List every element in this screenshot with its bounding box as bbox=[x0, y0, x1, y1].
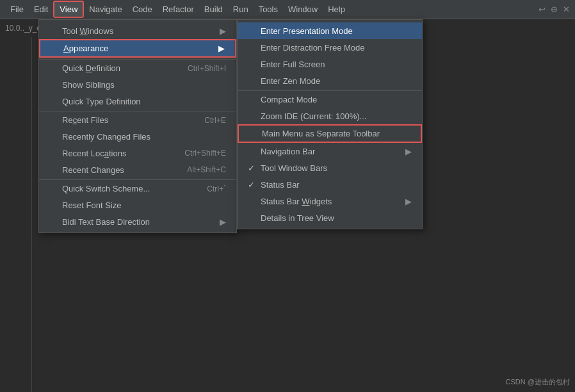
menu-item-quick-definition[interactable]: Quick Definition Ctrl+Shift+I bbox=[39, 59, 236, 76]
arrow-status-widgets: ▶ bbox=[405, 197, 412, 206]
zen-mode-label: Enter Zen Mode bbox=[261, 76, 412, 86]
show-siblings-label: Show Siblings bbox=[62, 80, 226, 90]
shortcut-quick-switch: Ctrl+` bbox=[191, 184, 226, 193]
tool-window-bars-label: Tool Window Bars bbox=[261, 163, 412, 173]
check-tool-window-bars: ✓ bbox=[248, 163, 258, 173]
recent-locations-label: Recent Locations bbox=[62, 149, 169, 158]
quick-switch-label: Quick Switch Scheme... bbox=[62, 184, 191, 193]
menu-run[interactable]: Run bbox=[228, 2, 254, 17]
menu-build[interactable]: Build bbox=[199, 2, 228, 17]
menu-view[interactable]: View bbox=[53, 1, 84, 18]
shortcut-recent-locations: Ctrl+Shift+E bbox=[169, 149, 226, 158]
submenu-item-distraction-free[interactable]: Enter Distraction Free Mode bbox=[238, 39, 422, 56]
menu-help[interactable]: Help bbox=[323, 2, 350, 17]
menu-item-bidi-text[interactable]: Bidi Text Base Direction ▶ bbox=[39, 213, 236, 230]
submenu-item-details-tree[interactable]: Details in Tree View bbox=[238, 209, 422, 226]
menu-item-recent-locations[interactable]: Recent Locations Ctrl+Shift+E bbox=[39, 145, 236, 161]
submenu-item-presentation[interactable]: Enter Presentation Mode bbox=[238, 22, 422, 39]
view-dropdown: Tool Windows ▶ Appearance ▶ Quick Defini… bbox=[38, 19, 237, 233]
arrow-nav-bar: ▶ bbox=[405, 147, 412, 156]
menu-item-recent-changes[interactable]: Recent Changes Alt+Shift+C bbox=[39, 161, 236, 178]
arrow-appearance: ▶ bbox=[218, 44, 225, 53]
distraction-free-label: Enter Distraction Free Mode bbox=[261, 43, 412, 53]
submenu-item-zoom-ide[interactable]: Zoom IDE (Current: 100%)... bbox=[238, 108, 422, 124]
status-bar-label: Status Bar bbox=[261, 180, 412, 190]
menu-item-appearance[interactable]: Appearance ▶ bbox=[39, 39, 236, 58]
menu-item-quick-switch[interactable]: Quick Switch Scheme... Ctrl+` bbox=[39, 179, 236, 197]
undo-icon[interactable]: ↩ bbox=[539, 4, 546, 14]
details-tree-label: Details in Tree View bbox=[261, 213, 412, 223]
quick-type-label: Quick Type Definition bbox=[62, 97, 226, 106]
recent-changes-label: Recent Changes bbox=[62, 165, 172, 175]
reset-font-label: Reset Font Size bbox=[62, 200, 226, 210]
menu-code[interactable]: Code bbox=[127, 2, 158, 17]
submenu-item-zen-mode[interactable]: Enter Zen Mode bbox=[238, 72, 422, 89]
menu-item-reset-font[interactable]: Reset Font Size bbox=[39, 197, 236, 213]
check-status-bar: ✓ bbox=[248, 180, 258, 190]
zoom-ide-label: Zoom IDE (Current: 100%)... bbox=[261, 111, 412, 121]
shortcut-recent-files: Ctrl+E bbox=[189, 116, 226, 125]
navigation-bar-label: Navigation Bar bbox=[261, 147, 405, 156]
menubar-right-icons: ↩ ⊖ ✕ bbox=[539, 4, 570, 14]
tool-windows-label: Tool Windows bbox=[62, 26, 220, 36]
appearance-label: Appearance bbox=[63, 44, 218, 53]
menu-item-tool-windows[interactable]: Tool Windows ▶ bbox=[39, 22, 236, 39]
menubar: File Edit View Navigate Code Refactor Bu… bbox=[0, 0, 575, 19]
recently-changed-label: Recently Changed Files bbox=[62, 132, 226, 142]
menu-item-quick-type[interactable]: Quick Type Definition bbox=[39, 93, 236, 110]
watermark: CSDN @进击的包籿 bbox=[506, 377, 570, 387]
bidi-text-label: Bidi Text Base Direction bbox=[62, 217, 220, 227]
main-menu-toolbar-label: Main Menu as Separate Toolbar bbox=[262, 129, 410, 138]
menu-item-show-siblings[interactable]: Show Siblings bbox=[39, 76, 236, 93]
close-icon[interactable]: ✕ bbox=[563, 4, 570, 14]
quick-definition-label: Quick Definition bbox=[62, 63, 172, 73]
recent-files-label: Recent Files bbox=[62, 115, 189, 125]
menu-navigate[interactable]: Navigate bbox=[84, 2, 127, 17]
menu-refactor[interactable]: Refactor bbox=[158, 2, 199, 17]
sidebar-partial bbox=[0, 37, 32, 392]
circle-icon: ⊖ bbox=[551, 4, 558, 14]
menu-file[interactable]: File bbox=[5, 2, 29, 17]
view-menu-dropdown: Tool Windows ▶ Appearance ▶ Quick Defini… bbox=[38, 19, 237, 233]
menu-item-recent-files[interactable]: Recent Files Ctrl+E bbox=[39, 111, 236, 128]
menu-item-recently-changed[interactable]: Recently Changed Files bbox=[39, 128, 236, 145]
presentation-label: Enter Presentation Mode bbox=[261, 26, 412, 36]
full-screen-label: Enter Full Screen bbox=[261, 60, 412, 69]
submenu-item-tool-window-bars[interactable]: ✓ Tool Window Bars bbox=[238, 159, 422, 176]
arrow-tool-windows: ▶ bbox=[220, 26, 226, 36]
menu-window[interactable]: Window bbox=[283, 2, 323, 17]
menu-tools[interactable]: Tools bbox=[254, 2, 283, 17]
submenu-item-compact-mode[interactable]: Compact Mode bbox=[238, 90, 422, 108]
status-bar-widgets-label: Status Bar Widgets bbox=[261, 197, 405, 206]
shortcut-quick-def: Ctrl+Shift+I bbox=[172, 64, 226, 73]
compact-mode-label: Compact Mode bbox=[261, 95, 412, 104]
menu-edit[interactable]: Edit bbox=[29, 2, 53, 17]
appearance-submenu: Enter Presentation Mode Enter Distractio… bbox=[237, 19, 423, 229]
arrow-bidi: ▶ bbox=[220, 217, 226, 227]
submenu-item-main-menu-toolbar[interactable]: Main Menu as Separate Toolbar bbox=[238, 124, 422, 143]
shortcut-recent-changes: Alt+Shift+C bbox=[172, 165, 226, 174]
submenu-item-status-bar-widgets[interactable]: Status Bar Widgets ▶ bbox=[238, 193, 422, 209]
submenu-item-full-screen[interactable]: Enter Full Screen bbox=[238, 56, 422, 72]
submenu-item-navigation-bar[interactable]: Navigation Bar ▶ bbox=[238, 143, 422, 159]
submenu-item-status-bar[interactable]: ✓ Status Bar bbox=[238, 176, 422, 193]
